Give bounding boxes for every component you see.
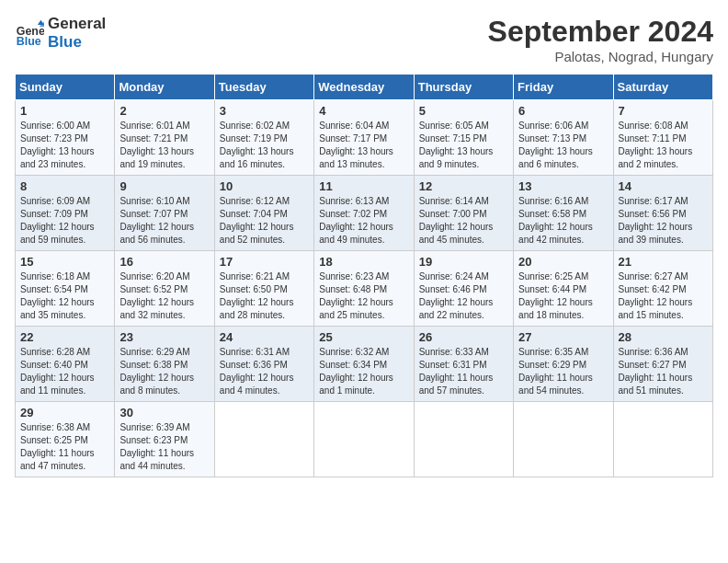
month-title: September 2024 (488, 15, 713, 49)
day-info: Sunrise: 6:33 AMSunset: 6:31 PMDaylight:… (419, 346, 508, 397)
calendar-cell: 30Sunrise: 6:39 AMSunset: 6:23 PMDayligh… (115, 402, 214, 477)
page-header: General Blue General Blue September 2024… (15, 15, 713, 64)
title-block: September 2024 Palotas, Nograd, Hungary (488, 15, 713, 64)
day-number: 11 (319, 179, 408, 193)
calendar-cell: 1Sunrise: 6:00 AMSunset: 7:23 PMDaylight… (16, 100, 115, 176)
calendar-cell (314, 402, 414, 477)
logo-line2: Blue (48, 33, 106, 52)
weekday-header: Wednesday (314, 75, 414, 100)
day-info: Sunrise: 6:27 AMSunset: 6:42 PMDaylight:… (619, 270, 708, 322)
logo-line1: General (48, 15, 106, 33)
day-number: 28 (619, 330, 708, 344)
calendar-cell (613, 402, 712, 477)
day-info: Sunrise: 6:31 AMSunset: 6:36 PMDaylight:… (220, 346, 309, 397)
day-info: Sunrise: 6:38 AMSunset: 6:25 PMDaylight:… (20, 421, 109, 473)
weekday-header: Monday (115, 75, 214, 100)
day-info: Sunrise: 6:14 AMSunset: 7:00 PMDaylight:… (419, 195, 508, 247)
day-number: 27 (518, 330, 608, 344)
calendar-cell: 8Sunrise: 6:09 AMSunset: 7:09 PMDaylight… (16, 176, 115, 251)
day-info: Sunrise: 6:35 AMSunset: 6:29 PMDaylight:… (518, 346, 608, 397)
day-number: 6 (518, 104, 608, 118)
day-info: Sunrise: 6:39 AMSunset: 6:23 PMDaylight:… (119, 421, 209, 473)
weekday-header: Friday (514, 75, 613, 100)
weekday-header: Thursday (414, 75, 513, 100)
calendar-cell: 10Sunrise: 6:12 AMSunset: 7:04 PMDayligh… (214, 176, 313, 251)
day-number: 9 (119, 179, 209, 193)
day-info: Sunrise: 6:06 AMSunset: 7:13 PMDaylight:… (518, 120, 608, 171)
day-number: 21 (619, 255, 708, 269)
day-info: Sunrise: 6:04 AMSunset: 7:17 PMDaylight:… (319, 120, 408, 171)
weekday-header: Tuesday (214, 75, 313, 100)
calendar-cell: 11Sunrise: 6:13 AMSunset: 7:02 PMDayligh… (314, 176, 414, 251)
calendar-week-row: 15Sunrise: 6:18 AMSunset: 6:54 PMDayligh… (16, 251, 713, 327)
calendar-cell: 16Sunrise: 6:20 AMSunset: 6:52 PMDayligh… (115, 251, 214, 327)
calendar-cell: 24Sunrise: 6:31 AMSunset: 6:36 PMDayligh… (214, 327, 313, 402)
day-info: Sunrise: 6:24 AMSunset: 6:46 PMDaylight:… (419, 270, 508, 322)
calendar-cell: 6Sunrise: 6:06 AMSunset: 7:13 PMDaylight… (514, 100, 613, 176)
day-info: Sunrise: 6:09 AMSunset: 7:09 PMDaylight:… (20, 195, 109, 247)
calendar-cell: 27Sunrise: 6:35 AMSunset: 6:29 PMDayligh… (514, 327, 613, 402)
svg-text:Blue: Blue (17, 35, 41, 48)
day-number: 1 (20, 104, 109, 118)
day-number: 17 (220, 255, 309, 269)
day-number: 22 (20, 330, 109, 344)
calendar-week-row: 22Sunrise: 6:28 AMSunset: 6:40 PMDayligh… (16, 327, 713, 402)
calendar-cell: 26Sunrise: 6:33 AMSunset: 6:31 PMDayligh… (414, 327, 513, 402)
day-info: Sunrise: 6:05 AMSunset: 7:15 PMDaylight:… (419, 120, 508, 171)
weekday-header: Sunday (16, 75, 115, 100)
day-info: Sunrise: 6:12 AMSunset: 7:04 PMDaylight:… (220, 195, 309, 247)
day-number: 29 (20, 406, 109, 419)
calendar-cell: 5Sunrise: 6:05 AMSunset: 7:15 PMDaylight… (414, 100, 513, 176)
calendar-cell: 12Sunrise: 6:14 AMSunset: 7:00 PMDayligh… (414, 176, 513, 251)
calendar-cell: 18Sunrise: 6:23 AMSunset: 6:48 PMDayligh… (314, 251, 414, 327)
logo-icon: General Blue (15, 18, 44, 48)
weekday-header: Saturday (613, 75, 712, 100)
day-info: Sunrise: 6:13 AMSunset: 7:02 PMDaylight:… (319, 195, 408, 247)
calendar-cell: 3Sunrise: 6:02 AMSunset: 7:19 PMDaylight… (214, 100, 313, 176)
day-number: 24 (220, 330, 309, 344)
day-info: Sunrise: 6:16 AMSunset: 6:58 PMDaylight:… (518, 195, 608, 247)
calendar-cell (514, 402, 613, 477)
calendar-cell (414, 402, 513, 477)
day-number: 14 (619, 179, 708, 193)
calendar-week-row: 29Sunrise: 6:38 AMSunset: 6:25 PMDayligh… (16, 402, 713, 477)
day-number: 15 (20, 255, 109, 269)
day-info: Sunrise: 6:32 AMSunset: 6:34 PMDaylight:… (319, 346, 408, 397)
day-info: Sunrise: 6:17 AMSunset: 6:56 PMDaylight:… (619, 195, 708, 247)
calendar-week-row: 1Sunrise: 6:00 AMSunset: 7:23 PMDaylight… (16, 100, 713, 176)
day-number: 30 (119, 406, 209, 419)
calendar-cell: 19Sunrise: 6:24 AMSunset: 6:46 PMDayligh… (414, 251, 513, 327)
calendar-cell: 2Sunrise: 6:01 AMSunset: 7:21 PMDaylight… (115, 100, 214, 176)
day-info: Sunrise: 6:29 AMSunset: 6:38 PMDaylight:… (119, 346, 209, 397)
calendar-cell: 21Sunrise: 6:27 AMSunset: 6:42 PMDayligh… (613, 251, 712, 327)
day-number: 16 (119, 255, 209, 269)
day-info: Sunrise: 6:28 AMSunset: 6:40 PMDaylight:… (20, 346, 109, 397)
calendar-cell: 14Sunrise: 6:17 AMSunset: 6:56 PMDayligh… (613, 176, 712, 251)
calendar-cell: 25Sunrise: 6:32 AMSunset: 6:34 PMDayligh… (314, 327, 414, 402)
day-number: 10 (220, 179, 309, 193)
day-number: 5 (419, 104, 508, 118)
calendar-cell: 23Sunrise: 6:29 AMSunset: 6:38 PMDayligh… (115, 327, 214, 402)
day-number: 23 (119, 330, 209, 344)
calendar-cell: 22Sunrise: 6:28 AMSunset: 6:40 PMDayligh… (16, 327, 115, 402)
day-number: 3 (220, 104, 309, 118)
day-number: 13 (518, 179, 608, 193)
day-info: Sunrise: 6:08 AMSunset: 7:11 PMDaylight:… (619, 120, 708, 171)
calendar-cell: 9Sunrise: 6:10 AMSunset: 7:07 PMDaylight… (115, 176, 214, 251)
day-info: Sunrise: 6:01 AMSunset: 7:21 PMDaylight:… (119, 120, 209, 171)
day-info: Sunrise: 6:00 AMSunset: 7:23 PMDaylight:… (20, 120, 109, 171)
day-info: Sunrise: 6:25 AMSunset: 6:44 PMDaylight:… (518, 270, 608, 322)
day-number: 20 (518, 255, 608, 269)
day-number: 26 (419, 330, 508, 344)
day-info: Sunrise: 6:36 AMSunset: 6:27 PMDaylight:… (619, 346, 708, 397)
day-info: Sunrise: 6:02 AMSunset: 7:19 PMDaylight:… (220, 120, 309, 171)
calendar-cell: 29Sunrise: 6:38 AMSunset: 6:25 PMDayligh… (16, 402, 115, 477)
day-number: 2 (119, 104, 209, 118)
calendar-cell: 28Sunrise: 6:36 AMSunset: 6:27 PMDayligh… (613, 327, 712, 402)
calendar-cell: 13Sunrise: 6:16 AMSunset: 6:58 PMDayligh… (514, 176, 613, 251)
day-info: Sunrise: 6:20 AMSunset: 6:52 PMDaylight:… (119, 270, 209, 322)
day-number: 25 (319, 330, 408, 344)
day-number: 12 (419, 179, 508, 193)
day-info: Sunrise: 6:10 AMSunset: 7:07 PMDaylight:… (119, 195, 209, 247)
day-info: Sunrise: 6:18 AMSunset: 6:54 PMDaylight:… (20, 270, 109, 322)
